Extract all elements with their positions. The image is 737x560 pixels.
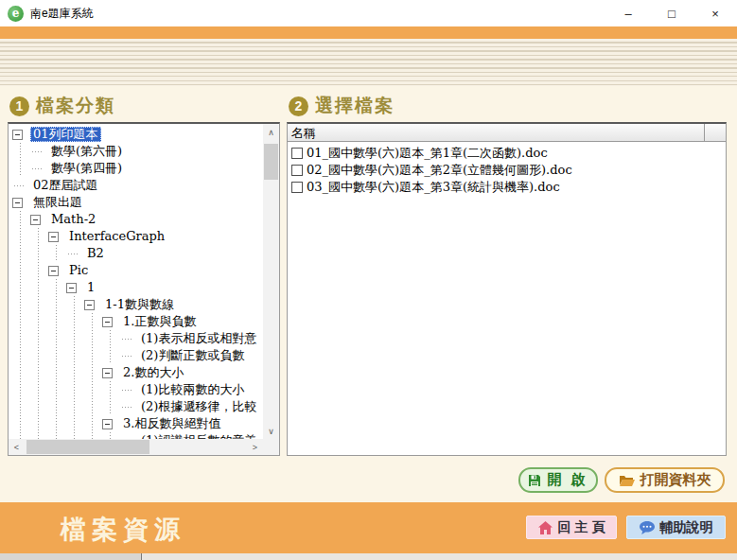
tree-item[interactable]: Pic (12, 262, 263, 279)
horizontal-scroll-thumb[interactable] (26, 440, 149, 454)
tree-item-label[interactable]: 1-1數與數線 (102, 297, 177, 312)
open-button[interactable]: 開 啟 (518, 467, 598, 493)
tree-item-label[interactable]: (1)比較兩數的大小 (138, 382, 247, 397)
tree-item-label[interactable]: Pic (66, 263, 91, 278)
tree-item-label[interactable]: Math-2 (48, 212, 98, 227)
tree-guide-line (84, 330, 102, 347)
home-button[interactable]: 回 主 頁 (526, 516, 617, 539)
collapse-toggle-icon[interactable] (66, 283, 77, 293)
tree-item-label[interactable]: InterfaceGraph (66, 229, 167, 244)
tree-item[interactable]: 1 (12, 279, 263, 296)
tree-item[interactable]: 1-1數與數線 (12, 296, 263, 313)
section-header-select: 2 選擇檔案 (289, 94, 395, 118)
tree-guide-line (30, 330, 48, 347)
tree-guide-line (30, 398, 48, 415)
column-header-extra[interactable] (705, 124, 726, 141)
collapse-toggle-icon[interactable] (102, 317, 113, 327)
tree-item[interactable]: (2)根據遞移律，比較 (12, 398, 263, 415)
tree-item[interactable]: 3.相反數與絕對值 (12, 415, 263, 432)
file-row[interactable]: 02_國中數學(六)題本_第2章(立體幾何圖形).doc (288, 162, 726, 179)
tree-connector (66, 245, 84, 262)
tree-item-label[interactable]: 1 (84, 280, 97, 295)
tree-item[interactable]: 01列印題本 (12, 126, 263, 143)
app-window: e 南e題庫系統 – □ × 1 檔案分類 2 選擇檔案 01列印題本數學(第六… (0, 0, 737, 560)
maximize-button[interactable]: □ (650, 0, 693, 26)
help-button-label: 輔助說明 (660, 519, 713, 536)
disk-icon (528, 474, 541, 487)
tree-guide-line (66, 398, 84, 415)
tree-item-label[interactable]: 數學(第四冊) (48, 161, 125, 176)
tree-item[interactable]: InterfaceGraph (12, 228, 263, 245)
vertical-scroll-thumb[interactable] (264, 144, 278, 180)
collapse-toggle-icon[interactable] (102, 419, 113, 429)
column-header-name[interactable]: 名稱 (288, 124, 705, 141)
tree-item[interactable]: (1)表示相反或相對意 (12, 330, 263, 347)
file-row[interactable]: 01_國中數學(六)題本_第1章(二次函數).doc (288, 145, 726, 162)
home-button-label: 回 主 頁 (558, 519, 605, 536)
tree-item-label[interactable]: 3.相反數與絕對值 (120, 416, 223, 431)
collapse-toggle-icon[interactable] (102, 368, 113, 378)
tree-item[interactable]: 2.數的大小 (12, 364, 263, 381)
tree-item[interactable]: 數學(第四冊) (12, 160, 263, 177)
collapse-toggle-icon[interactable] (30, 215, 41, 225)
scroll-right-icon[interactable]: > (247, 439, 263, 455)
tree-guide-line (48, 313, 66, 330)
tree-item[interactable]: B2 (12, 245, 263, 262)
tree-item-label[interactable]: (2)根據遞移律，比較 (138, 399, 259, 414)
collapse-toggle-icon[interactable] (84, 300, 95, 310)
tree-guide-line (102, 330, 120, 347)
tree-item[interactable]: 02歷屆試題 (12, 177, 263, 194)
tree-item[interactable]: Math-2 (12, 211, 263, 228)
tree-item[interactable]: (2)判斷正數或負數 (12, 347, 263, 364)
collapse-toggle-icon[interactable] (48, 232, 59, 242)
file-checkbox[interactable] (291, 165, 303, 176)
file-name-label[interactable]: 02_國中數學(六)題本_第2章(立體幾何圖形).doc (307, 162, 572, 179)
tree-guide-line (48, 364, 66, 381)
category-tree-panel: 01列印題本數學(第六冊)數學(第四冊)02歷屆試題無限出題Math-2Inte… (8, 122, 280, 456)
tree-item[interactable]: 無限出題 (12, 194, 263, 211)
tree-item-label[interactable]: 02歷屆試題 (30, 178, 101, 193)
tree-item-label[interactable]: B2 (84, 246, 107, 261)
open-folder-button[interactable]: 打開資料夾 (605, 467, 725, 493)
tree-guide-line (102, 398, 120, 415)
file-checkbox[interactable] (291, 182, 303, 193)
tree-vertical-scrollbar[interactable]: ∧ ∨ (263, 124, 279, 439)
bottom-strip-left (0, 553, 142, 560)
tree-item-label[interactable]: 01列印題本 (30, 127, 101, 142)
tree-item-label[interactable]: (2)判斷正數或負數 (138, 348, 247, 363)
scroll-up-icon[interactable]: ∧ (263, 124, 279, 140)
scroll-left-icon[interactable]: < (9, 439, 25, 455)
close-button[interactable]: × (693, 0, 737, 26)
tree-item-label[interactable]: (1)表示相反或相對意 (138, 331, 259, 346)
collapse-toggle-icon[interactable] (12, 198, 23, 208)
file-row[interactable]: 03_國中數學(六)題本_第3章(統計與機率).doc (288, 179, 726, 196)
minimize-button[interactable]: – (606, 0, 650, 26)
tree-item[interactable]: (1)認識相反數的意義 (12, 432, 263, 439)
tree-guide-line (102, 347, 120, 364)
file-name-label[interactable]: 03_國中數學(六)題本_第3章(統計與機率).doc (307, 179, 560, 196)
tree-item[interactable]: (1)比較兩數的大小 (12, 381, 263, 398)
tree-guide-line (48, 347, 66, 364)
tree-item-label[interactable]: 數學(第六冊) (48, 144, 125, 159)
tree-guide-line (30, 415, 48, 432)
tree-guide-line (48, 296, 66, 313)
tree-item-label[interactable]: 2.數的大小 (120, 365, 186, 380)
tree-item-label[interactable]: 1.正數與負數 (120, 314, 199, 329)
scroll-down-icon[interactable]: ∨ (263, 423, 279, 439)
collapse-toggle-icon[interactable] (48, 266, 59, 276)
file-name-label[interactable]: 01_國中數學(六)題本_第1章(二次函數).doc (307, 145, 548, 162)
tree-guide-line (66, 347, 84, 364)
tree-item[interactable]: 1.正數與負數 (12, 313, 263, 330)
tree-guide-line (66, 364, 84, 381)
file-list-header[interactable]: 名稱 (288, 124, 726, 142)
tree-item-label[interactable]: 無限出題 (30, 195, 85, 210)
tree-view[interactable]: 01列印題本數學(第六冊)數學(第四冊)02歷屆試題無限出題Math-2Inte… (9, 124, 263, 439)
tree-connector (120, 398, 138, 415)
tree-guide-line (84, 415, 102, 432)
help-button[interactable]: 輔助說明 (626, 516, 726, 539)
file-checkbox[interactable] (291, 148, 303, 159)
speech-bubble-icon (640, 521, 655, 534)
tree-item[interactable]: 數學(第六冊) (12, 143, 263, 160)
collapse-toggle-icon[interactable] (12, 130, 23, 140)
tree-horizontal-scrollbar[interactable]: < > (9, 439, 263, 455)
